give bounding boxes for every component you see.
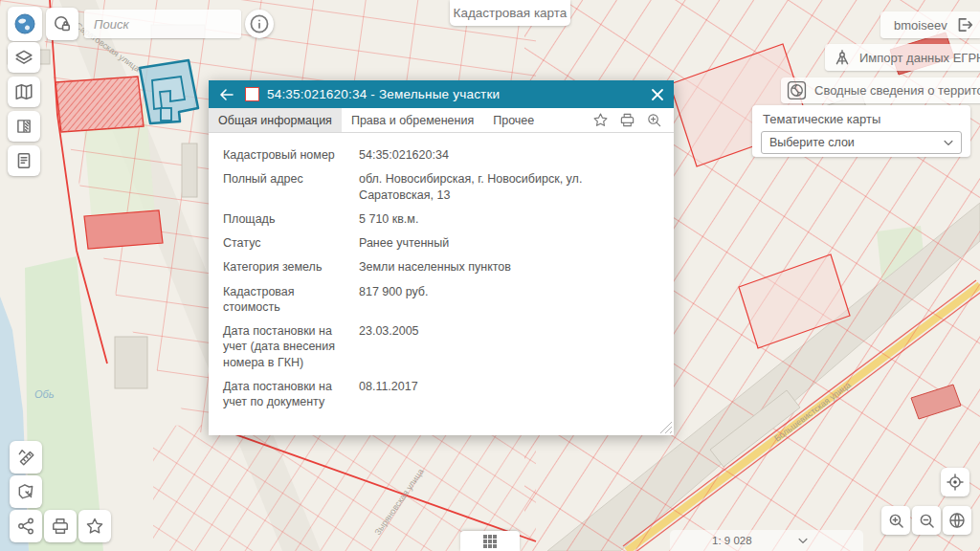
- field-row: Дата постановки на учет (дата внесения н…: [223, 323, 659, 370]
- locate-crosshair-icon: [946, 473, 965, 492]
- table-grid-icon: [482, 534, 498, 549]
- scale-text: 1: 9 028: [712, 535, 752, 546]
- field-label: Полный адрес: [223, 171, 347, 203]
- share-button[interactable]: [10, 510, 42, 542]
- layer-select-value: Выберите слои: [769, 136, 855, 149]
- printer-icon: [51, 517, 70, 536]
- print-icon[interactable]: [619, 112, 635, 128]
- share-icon: [16, 517, 35, 536]
- layer-select[interactable]: Выберите слои: [761, 131, 962, 154]
- field-value: 23.03.2005: [359, 323, 659, 370]
- back-arrow-icon[interactable]: [218, 86, 235, 103]
- logout-icon: [955, 15, 974, 34]
- import-egrn-button[interactable]: Импорт данных ЕГРН: [825, 44, 980, 71]
- map-mode-label: Кадастровая карта: [454, 6, 568, 20]
- search-input[interactable]: [84, 17, 268, 32]
- field-value: Земли населенных пунктов: [359, 259, 659, 275]
- shield-lock-icon: [53, 14, 72, 33]
- chevron-down-icon: [942, 136, 955, 149]
- dialog-header: 54:35:021620:34 - Земельные участки: [209, 80, 674, 108]
- field-value: Ранее учтенный: [359, 235, 659, 251]
- map-mode-tab[interactable]: Кадастровая карта: [450, 0, 570, 26]
- zoom-out-button[interactable]: [912, 506, 941, 535]
- zoom-to-parcel-icon[interactable]: [646, 112, 662, 128]
- import-egrn-label: Импорт данных ЕГРН: [859, 51, 980, 65]
- field-row: Категория земель Земли населенных пункто…: [223, 259, 659, 275]
- favorite-star-icon[interactable]: [592, 112, 609, 128]
- parcel-color-swatch: [245, 87, 259, 101]
- user-name: bmoiseev: [894, 18, 947, 33]
- field-label: Площадь: [223, 211, 347, 227]
- cadastral-map-app: Обь Саратовская улица Большевистская ули…: [0, 0, 980, 551]
- field-label: Кадастровый номер: [223, 147, 347, 163]
- globe-icon: [947, 511, 967, 530]
- zoom-out-icon: [918, 512, 936, 530]
- dialog-resize-handle[interactable]: [659, 421, 672, 433]
- layers-icon: [14, 48, 33, 67]
- field-value: обл. Новосибирская, г. Новосибирск, ул. …: [359, 171, 659, 203]
- globe-color-icon: [13, 12, 36, 35]
- survey-tripod-icon: [833, 48, 852, 67]
- measure-distance-button[interactable]: [10, 441, 42, 474]
- field-label: Статус: [223, 235, 347, 251]
- close-icon[interactable]: [651, 88, 664, 101]
- star-icon: [85, 517, 104, 536]
- dialog-title: 54:35:021620:34 - Земельные участки: [267, 87, 651, 101]
- field-value: 54:35:021620:34: [359, 147, 659, 163]
- field-row: Статус Ранее учтенный: [223, 235, 659, 251]
- territory-summary-label: Сводные сведения о территории: [814, 83, 980, 98]
- attribute-table-tab[interactable]: [460, 531, 520, 551]
- sidebar-item-layers[interactable]: [8, 42, 40, 73]
- world-extent-button[interactable]: [943, 506, 971, 535]
- dialog-tab-bar: Общая информация Права и обременения Про…: [209, 108, 674, 133]
- info-button[interactable]: [245, 10, 274, 38]
- user-menu-button[interactable]: bmoiseev: [880, 11, 980, 38]
- legend-swipe-icon: [14, 117, 33, 136]
- field-row: Полный адрес обл. Новосибирская, г. Ново…: [223, 171, 659, 203]
- favorites-button[interactable]: [78, 510, 111, 542]
- field-value: 817 900 руб.: [359, 284, 659, 316]
- tab-other[interactable]: Прочее: [483, 108, 544, 132]
- zoom-in-button[interactable]: [881, 506, 910, 535]
- dialog-body: Кадастровый номер 54:35:021620:34 Полный…: [209, 133, 674, 435]
- auth-layers-button[interactable]: [46, 8, 78, 40]
- chevron-down-icon[interactable]: [796, 534, 810, 547]
- field-value: 5 710 кв.м.: [359, 211, 659, 227]
- locate-me-button[interactable]: [941, 468, 969, 496]
- search-bar: [84, 10, 241, 38]
- tab-general-info[interactable]: Общая информация: [209, 108, 342, 132]
- field-row: Дата постановки на учет по документу 08.…: [223, 379, 659, 410]
- measure-area-icon: [16, 482, 35, 501]
- dialog-actions: [592, 108, 674, 132]
- territory-summary-button[interactable]: Сводные сведения о территории: [781, 77, 980, 103]
- selected-parcel-notch: [161, 108, 171, 121]
- folded-map-icon: [14, 82, 33, 101]
- basemap-globe-button[interactable]: [8, 7, 42, 41]
- territory-wheel-icon: [787, 80, 807, 100]
- field-row: Кадастровый номер 54:35:021620:34: [223, 147, 659, 163]
- sidebar-item-documents[interactable]: [8, 145, 40, 176]
- field-label: Дата постановки на учет (дата внесения н…: [223, 323, 347, 370]
- zoom-in-icon: [887, 512, 905, 530]
- info-icon: [249, 13, 270, 34]
- sidebar-item-legend[interactable]: [8, 111, 40, 142]
- measure-distance-icon: [16, 448, 35, 467]
- thematic-maps-panel: Тематические карты Выберите слои: [752, 105, 970, 157]
- tab-rights-encumbrances[interactable]: Права и обременения: [342, 108, 483, 132]
- field-row: Кадастровая стоимость 817 900 руб.: [223, 284, 659, 316]
- river-label: Обь: [34, 388, 55, 400]
- document-list-icon: [14, 151, 33, 170]
- field-value: 08.11.2017: [359, 379, 659, 410]
- scale-bar[interactable]: 1: 9 028: [670, 530, 863, 551]
- field-label: Категория земель: [223, 259, 347, 275]
- thematic-maps-title: Тематические карты: [763, 112, 970, 126]
- field-label: Дата постановки на учет по документу: [223, 379, 347, 410]
- field-row: Площадь 5 710 кв.м.: [223, 211, 659, 227]
- field-label: Кадастровая стоимость: [223, 284, 347, 316]
- parcel-info-dialog: 54:35:021620:34 - Земельные участки Обща…: [209, 80, 674, 435]
- sidebar-item-maps[interactable]: [8, 77, 40, 107]
- measure-area-button[interactable]: [10, 475, 42, 508]
- print-map-button[interactable]: [44, 510, 77, 542]
